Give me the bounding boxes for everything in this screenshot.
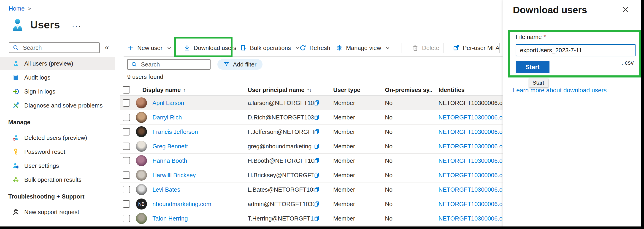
table-row[interactable]: Francis Jefferson F.Jefferson@NETORGFT10… xyxy=(120,125,502,139)
file-name-input[interactable]: exportUsers_2023-7-11 xyxy=(516,44,636,56)
row-checkbox[interactable] xyxy=(123,200,130,208)
sidebar-item-diagnose[interactable]: Diagnose and solve problems xyxy=(0,99,115,112)
refresh-button[interactable]: Refresh xyxy=(299,42,330,54)
row-checkbox[interactable] xyxy=(123,143,130,150)
delete-button[interactable]: Delete xyxy=(412,42,439,54)
breadcrumb-home-link[interactable]: Home xyxy=(9,5,24,12)
column-header-identities[interactable]: Identities xyxy=(432,86,502,94)
user-name-link[interactable]: Talon Herring xyxy=(152,215,188,222)
avatar xyxy=(136,155,147,166)
identity-link[interactable]: NETORGFT10300006.onmic... xyxy=(432,143,502,150)
identity-link[interactable]: NETORGFT10300006.onmic... xyxy=(432,215,502,222)
row-checkbox[interactable] xyxy=(123,128,130,135)
table-row[interactable]: April Larson a.larson@NETORGFT1030... Me… xyxy=(120,96,502,110)
user-name-link[interactable]: April Larson xyxy=(152,100,184,107)
column-header-display-name[interactable]: Display name↑ xyxy=(136,86,248,94)
row-checkbox[interactable] xyxy=(123,114,130,121)
identity-link[interactable]: NETORGFT10300006.onmic... xyxy=(432,157,502,164)
row-checkbox[interactable] xyxy=(123,99,130,107)
file-extension: . csv xyxy=(622,59,634,66)
sidebar-item-bulk-operation-results[interactable]: Bulk operation results xyxy=(0,173,115,186)
select-all-checkbox[interactable] xyxy=(123,86,130,94)
close-icon[interactable] xyxy=(621,5,630,14)
identity-link[interactable]: NETORGFT10300006.onmic... xyxy=(432,200,502,208)
user-type: Member xyxy=(327,186,379,193)
sidebar-item-new-support-request[interactable]: New support request xyxy=(0,205,115,219)
user-name-link[interactable]: Hanna Booth xyxy=(152,157,187,164)
page-title: Users xyxy=(30,19,60,31)
user-name-link[interactable]: Greg Bennett xyxy=(152,143,188,150)
sidebar-collapse-button[interactable]: « xyxy=(105,43,109,52)
sidebar-item-deleted-users[interactable]: Deleted users (preview) xyxy=(0,131,115,144)
person-icon xyxy=(12,60,19,67)
avatar xyxy=(136,97,147,108)
bulk-operations-button[interactable]: Bulk operations xyxy=(240,42,301,54)
row-checkbox[interactable] xyxy=(123,171,130,179)
user-principal-name: H.Booth@NETORGFT1030... xyxy=(248,157,314,164)
user-list-search-input[interactable]: Search xyxy=(127,59,210,70)
avatar xyxy=(136,213,147,224)
copy-icon[interactable] xyxy=(314,215,320,222)
identity-link[interactable]: NETORGFT10300006.onmic... xyxy=(432,128,502,135)
toolbar-separator xyxy=(444,43,444,53)
download-users-button[interactable]: Download users xyxy=(184,42,236,54)
identity-link[interactable]: NETORGFT10300006.onmic... xyxy=(432,100,502,107)
user-name-link[interactable]: Harwilll Bricksey xyxy=(152,172,196,179)
sidebar-item-audit-logs[interactable]: Audit logs xyxy=(0,71,115,84)
sidebar-item-sign-in-logs[interactable]: Sign-in logs xyxy=(0,85,115,98)
copy-icon[interactable] xyxy=(314,201,320,207)
copy-icon[interactable] xyxy=(314,157,320,164)
copy-icon[interactable] xyxy=(314,114,320,121)
per-user-mfa-button[interactable]: Per-user MFA xyxy=(453,42,499,54)
table-row[interactable]: NBnboundmarketing.com admin@NETORGFT1030… xyxy=(120,197,502,211)
external-link-icon xyxy=(453,45,460,51)
manage-view-button[interactable]: Manage view xyxy=(336,42,391,54)
copy-icon[interactable] xyxy=(314,129,320,135)
identity-link[interactable]: NETORGFT10300006.onmic... xyxy=(432,172,502,179)
sidebar-item-label: All users (preview) xyxy=(24,60,73,67)
sidebar: Search « All users (preview) Audit logs … xyxy=(0,39,115,226)
column-header-user-type[interactable]: User type xyxy=(327,86,379,94)
learn-more-link[interactable]: Learn more about download users xyxy=(513,87,607,94)
search-icon xyxy=(131,61,137,68)
table-row[interactable]: Hanna Booth H.Booth@NETORGFT1030... Memb… xyxy=(120,154,502,168)
table-row[interactable]: Levi Bates L.Bates@NETORGFT10300... Memb… xyxy=(120,182,502,197)
user-name-link[interactable]: nboundmarketing.com xyxy=(152,200,211,208)
add-filter-button[interactable]: Add filter xyxy=(218,59,262,70)
new-user-button[interactable]: New user xyxy=(127,42,172,54)
copy-icon[interactable] xyxy=(314,172,320,178)
sidebar-item-user-settings[interactable]: User settings xyxy=(0,159,115,172)
user-name-link[interactable]: Darryl Rich xyxy=(152,114,182,121)
column-header-on-premises[interactable]: On-premises sy... xyxy=(379,86,432,94)
table-row[interactable]: Greg Bennett greg@nboundmarketing.... Me… xyxy=(120,139,502,154)
bulk-operations-label: Bulk operations xyxy=(250,45,291,52)
table-row[interactable]: Talon Herring T.Herring@NETORGFT103... M… xyxy=(120,211,502,226)
sidebar-item-label: New support request xyxy=(24,208,79,216)
toolbar-separator xyxy=(499,43,500,53)
copy-icon[interactable] xyxy=(314,186,320,193)
sidebar-item-all-users[interactable]: All users (preview) xyxy=(0,57,115,70)
copy-icon[interactable] xyxy=(314,100,320,106)
identity-link[interactable]: NETORGFT10300006.onmic... xyxy=(432,114,502,121)
copy-icon[interactable] xyxy=(314,143,320,149)
sidebar-item-password-reset[interactable]: Password reset xyxy=(0,145,115,158)
row-checkbox[interactable] xyxy=(123,186,130,193)
table-row[interactable]: Harwilll Bricksey H.Bricksey@NETORGFT10.… xyxy=(120,168,502,182)
table-row[interactable]: Darryl Rich D.Rich@NETORGFT10300... Memb… xyxy=(120,110,502,125)
start-button[interactable]: Start xyxy=(516,61,550,73)
sidebar-search-input[interactable]: Search xyxy=(9,42,100,53)
manage-view-label: Manage view xyxy=(346,45,381,52)
row-checkbox[interactable] xyxy=(123,157,130,164)
column-header-upn[interactable]: User principal name↑↓ xyxy=(248,86,314,94)
row-checkbox[interactable] xyxy=(123,215,130,222)
identity-link[interactable]: NETORGFT10300006.onmic... xyxy=(432,186,502,193)
user-name-link[interactable]: Levi Bates xyxy=(152,186,180,193)
azure-users-page: Home > Users ··· Search « All users (pre… xyxy=(0,0,644,229)
breadcrumb: Home > xyxy=(9,5,31,12)
page-menu-ellipsis-icon[interactable]: ··· xyxy=(72,22,82,30)
sort-both-icon: ↑↓ xyxy=(307,87,312,93)
key-icon xyxy=(12,148,19,155)
user-name-link[interactable]: Francis Jefferson xyxy=(152,128,198,135)
sidebar-divider xyxy=(8,129,108,129)
table-header: Display name↑ User principal name↑↓ User… xyxy=(120,84,502,96)
